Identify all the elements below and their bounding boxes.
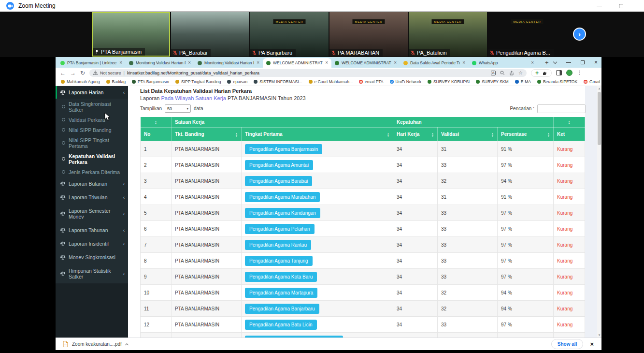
participant-tile[interactable]: PTA Banjarmasin [92,12,170,57]
minimize-button[interactable] [588,0,610,12]
reload-icon[interactable]: ↻ [80,70,85,76]
bookmark-item[interactable]: SISTEM INFORMASI... [254,79,302,84]
browser-tab[interactable]: PTA Banjarmasin | Linktree × [57,58,126,68]
bookmark-item[interactable]: M Gmail [584,79,600,84]
court-button[interactable]: Pengadilan Agama Pelaihari [245,224,315,234]
sidebar-menu-item[interactable]: Laporan Bulanan ‹ [56,177,128,191]
side-panel-icon[interactable] [556,70,562,75]
scroll-down-icon[interactable]: ▼ [597,333,601,338]
participant-tile[interactable]: MEDIA CENTER Pengadilan Agama B... [488,12,566,57]
sidebar-menu-item[interactable]: Laporan Semester Monev ‹ [56,204,128,223]
bookmark-item[interactable]: SURVEY KORUPSI [428,79,470,84]
tab-close-icon[interactable]: × [188,60,191,65]
col-no[interactable]: No [141,128,172,141]
bookmark-item[interactable]: Beranda SIPETOK [537,79,577,84]
sidebar-item-laporan-harian[interactable]: Laporan Harian ‹ [56,86,128,99]
zoom-page-icon[interactable] [500,71,505,75]
restore-button[interactable] [610,0,632,12]
sidebar-menu-item[interactable]: Himpunan Statistik Satker ‹ [56,264,128,283]
tab-search-chevron-icon[interactable] [553,59,557,63]
browser-tab[interactable]: WELCOME ADMINISTRATOR × [331,58,400,68]
translate-icon[interactable]: A [491,71,496,75]
page-scrollbar[interactable]: ▲ ▼ [597,86,601,338]
sidebar-menu-item[interactable]: Monev Singkronisasi ‹ [56,250,128,264]
col-ket[interactable]: Ket [554,128,585,141]
sidebar-menu-item[interactable]: Laporan Triwulan ‹ [56,191,128,204]
chevron-up-icon[interactable] [125,343,129,346]
bookmark-item[interactable]: M email PTA [359,79,384,84]
bookmark-item[interactable]: U UniFi Network [390,79,421,84]
browser-tab[interactable]: WhatsApp × [469,58,537,68]
bookmark-item[interactable]: SIPP Tingkat Banding [175,79,221,84]
col-persentase[interactable]: Persentase▲▼ [498,128,554,141]
sidebar-subitem[interactable]: Kepatuhan Validasi Perkara [56,151,128,167]
sidebar-subitem[interactable]: Jenis Perkara Diterima [56,167,128,177]
court-button[interactable]: Pengadilan Agama Tanjung [245,256,313,266]
bookmark-item[interactable]: SURVEY SKM [476,79,508,84]
col-tkt-banding[interactable]: Tkt. Banding▲▼ [172,128,242,141]
tab-close-icon[interactable]: × [462,60,465,65]
extensions-puzzle-icon[interactable] [543,71,547,75]
tab-close-icon[interactable]: × [325,60,328,65]
court-button[interactable]: Pengadilan Agama Rantau [245,240,311,250]
participant-tile[interactable]: MEDIA CENTER PA MARABAHAN [329,12,408,57]
participant-tile[interactable]: PA_Barabai [171,12,249,57]
sidebar-menu-item[interactable]: Laporan Tahunan ‹ [56,223,128,237]
sidebar-subitem[interactable]: Nilai SIPP Tingkat Pertama [56,135,128,151]
col-tingkat-pertama[interactable]: Tingkat Pertama▲▼ [242,128,393,141]
scroll-up-icon[interactable]: ▲ [597,86,601,91]
court-button[interactable]: Pengadilan Agama Barabai [245,176,312,186]
bookmark-item[interactable]: epaisan [227,79,247,84]
bookmark-item[interactable]: PTA Banjarmasin [132,79,169,84]
download-item[interactable]: Zoom keakuratan....pdf [56,338,136,350]
court-button[interactable]: Pengadilan Agama Banjarbaru [245,304,319,314]
browser-tab[interactable]: WELCOME ADMINISTRATOR × [263,58,331,68]
tab-close-icon[interactable]: × [394,60,397,65]
sidebar-subitem[interactable]: Validasi Perkara [56,115,128,125]
court-button[interactable]: Pengadilan Agama Marabahan [245,192,320,202]
back-icon[interactable]: ← [60,70,66,76]
participant-tile[interactable]: MEDIA CENTER PA Banjarbaru [250,12,329,57]
new-tab-button[interactable]: + [545,59,549,66]
bookmark-item[interactable]: E-MA [515,79,531,84]
court-button[interactable]: Pengadilan Agama Kota Baru [245,272,317,282]
sidebar-subitem[interactable]: Data Singkronisasi Satker [56,99,128,115]
browser-tab[interactable]: Monitoring Validasi Harian PA S × [126,58,194,68]
tab-close-icon[interactable]: × [531,60,534,65]
bookmark-item[interactable]: Mahkamah Agung [61,79,100,84]
add-icon[interactable]: + [535,70,539,76]
browser-close-icon[interactable]: × [594,59,598,66]
subtitle-link[interactable]: Pada Wilayah Satuan Kerja [161,95,226,101]
participant-tile[interactable]: MEDIA CENTER PA_Batulicin [409,12,487,57]
sidebar-subitem[interactable]: Nilai SIPP Banding [56,125,128,135]
download-bar-close-icon[interactable]: × [590,340,594,348]
bookmark-item[interactable]: e Court Mahkamah... [309,79,353,84]
browser-tab[interactable]: Monitoring Validasi Harian PA S × [194,58,263,68]
page-length-select[interactable]: 50 ▾ [165,104,191,113]
browser-minimize-icon[interactable] [566,62,571,63]
search-input[interactable] [537,104,586,113]
share-icon[interactable] [509,71,514,75]
court-button[interactable]: Pengadilan Agama Amuntai [245,160,313,170]
col-validasi[interactable]: Validasi▲▼ [438,128,498,141]
browser-tab[interactable]: Data Saldo Awal Periode Tutup × [400,58,469,68]
address-bar[interactable]: Not secure | kinsatker.badilag.net/Monit… [89,69,527,77]
sort-icon[interactable]: ▲▼ [554,117,585,128]
bookmark-star-icon[interactable]: ☆ [518,70,523,75]
sidebar-menu-item[interactable]: Laporan Insidentil ‹ [56,237,128,250]
court-button[interactable]: Pengadilan Agama Batu Licin [245,320,317,330]
browser-restore-icon[interactable] [581,60,585,64]
tab-close-icon[interactable]: × [119,60,122,65]
sort-icon[interactable]: ▲▼ [141,117,172,128]
show-all-button[interactable]: Show all [551,339,584,349]
court-button[interactable]: Pengadilan Agama Kandangan [245,208,320,218]
menu-kebab-icon[interactable]: ⋮ [577,70,582,76]
court-button[interactable]: Pengadilan Agama Banjarmasin [245,144,322,154]
col-hari-kerja[interactable]: Hari Kerja▲▼ [393,128,438,141]
bookmark-item[interactable]: Badilag [106,79,126,84]
court-button[interactable]: Pengadilan Agama Martapura [245,288,317,298]
tab-close-icon[interactable]: × [257,60,259,65]
scrollbar-thumb[interactable] [598,92,601,145]
profile-avatar[interactable] [566,70,572,76]
next-participants-button[interactable]: › [573,28,586,41]
